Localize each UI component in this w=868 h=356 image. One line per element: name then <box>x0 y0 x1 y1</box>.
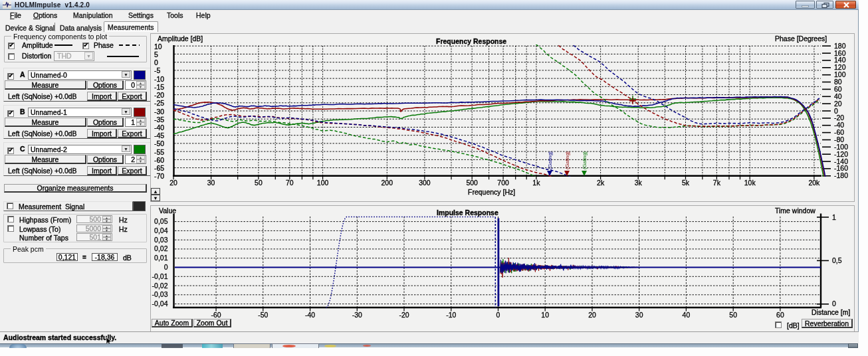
svg-text:0,05: 0,05 <box>154 217 168 225</box>
svg-text:-0,01: -0,01 <box>152 272 168 280</box>
svg-text:-10: -10 <box>446 311 456 319</box>
svg-text:60: 60 <box>776 311 784 319</box>
svg-text:0: 0 <box>832 300 836 308</box>
svg-text:0,5: 0,5 <box>832 256 842 264</box>
svg-text:-0,04: -0,04 <box>152 300 168 308</box>
svg-text:0,01: 0,01 <box>154 254 168 262</box>
svg-text:0,04: 0,04 <box>154 226 168 234</box>
svg-text:20: 20 <box>588 311 596 319</box>
svg-text:40: 40 <box>683 311 691 319</box>
svg-text:10: 10 <box>541 311 549 319</box>
svg-text:-50: -50 <box>258 311 268 319</box>
svg-text:-30: -30 <box>352 311 362 319</box>
svg-text:0: 0 <box>496 311 500 319</box>
svg-text:-0,03: -0,03 <box>152 290 168 298</box>
svg-text:-0,02: -0,02 <box>152 282 168 290</box>
svg-text:0,03: 0,03 <box>154 236 168 244</box>
svg-text:-60: -60 <box>211 311 221 319</box>
svg-text:0,02: 0,02 <box>154 244 168 252</box>
svg-text:50: 50 <box>729 311 737 319</box>
svg-text:-40: -40 <box>305 311 315 319</box>
svg-text:30: 30 <box>635 311 643 319</box>
svg-text:-20: -20 <box>399 311 409 319</box>
svg-text:0: 0 <box>164 263 168 271</box>
svg-text:1: 1 <box>832 213 836 221</box>
